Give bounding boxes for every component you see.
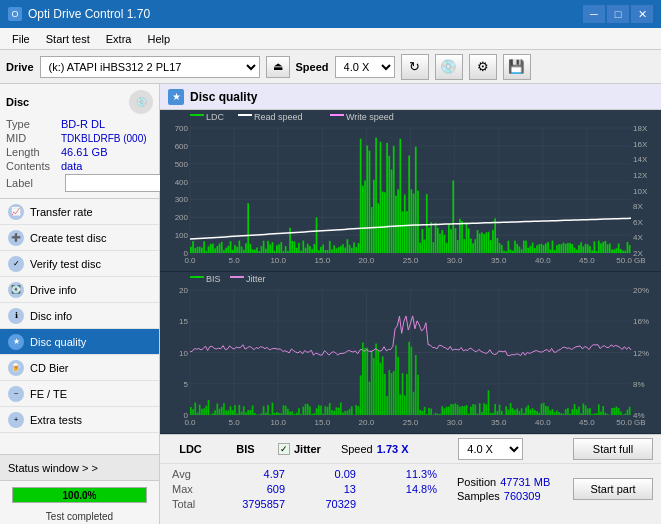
bis-total: 70329 bbox=[290, 497, 360, 511]
speed-label: Speed bbox=[296, 61, 329, 73]
menu-file[interactable]: File bbox=[4, 31, 38, 47]
position-label: Position bbox=[457, 476, 496, 488]
sidebar-item-cd-bier-label: CD Bier bbox=[30, 362, 69, 374]
disc-length-label: Length bbox=[6, 146, 61, 158]
disc-icon: 💿 bbox=[129, 90, 153, 114]
sidebar-item-drive-info[interactable]: 💽 Drive info bbox=[0, 277, 159, 303]
avg-label: Avg bbox=[168, 467, 218, 481]
ldc-avg: 4.97 bbox=[219, 467, 289, 481]
disc-mid-value: TDKBLDRFB (000) bbox=[61, 133, 147, 144]
sidebar-item-disc-info-label: Disc info bbox=[30, 310, 72, 322]
sidebar-item-cd-bier[interactable]: 🍺 CD Bier bbox=[0, 355, 159, 381]
verify-test-disc-icon: ✓ bbox=[8, 256, 24, 272]
bis-avg: 0.09 bbox=[290, 467, 360, 481]
progress-bar-container: 100.0% bbox=[12, 487, 147, 503]
maximize-button[interactable]: □ bbox=[607, 5, 629, 23]
start-part-button[interactable]: Start part bbox=[573, 478, 653, 500]
cd-bier-icon: 🍺 bbox=[8, 360, 24, 376]
ldc-chart bbox=[160, 110, 661, 271]
disc-length-value: 46.61 GB bbox=[61, 146, 107, 158]
max-label: Max bbox=[168, 482, 218, 496]
speed-stat-label: Speed bbox=[341, 443, 373, 455]
drive-toolbar: Drive (k:) ATAPI iHBS312 2 PL17 ⏏ Speed … bbox=[0, 50, 661, 84]
jitter-avg: 11.3% bbox=[361, 467, 441, 481]
samples-value: 760309 bbox=[504, 490, 541, 502]
stats-table: Avg 4.97 0.09 11.3% Max 609 13 14.8% Tot… bbox=[168, 467, 441, 511]
close-button[interactable]: ✕ bbox=[631, 5, 653, 23]
transfer-rate-icon: 📈 bbox=[8, 204, 24, 220]
sidebar: Disc 💿 Type BD-R DL MID TDKBLDRFB (000) … bbox=[0, 84, 160, 524]
create-test-disc-icon: ➕ bbox=[8, 230, 24, 246]
speed-select[interactable]: 4.0 X bbox=[335, 56, 395, 78]
sidebar-item-create-test-disc[interactable]: ➕ Create test disc bbox=[0, 225, 159, 251]
sidebar-item-create-test-disc-label: Create test disc bbox=[30, 232, 106, 244]
settings-button[interactable]: ⚙ bbox=[469, 54, 497, 80]
app-title: Opti Drive Control 1.70 bbox=[28, 7, 150, 21]
sidebar-item-disc-info[interactable]: ℹ Disc info bbox=[0, 303, 159, 329]
disc-quality-header: ★ Disc quality bbox=[160, 84, 661, 110]
bis-max: 13 bbox=[290, 482, 360, 496]
progress-text: 100.0% bbox=[13, 488, 146, 502]
bis-header: BIS bbox=[236, 443, 254, 455]
start-full-button[interactable]: Start full bbox=[573, 438, 653, 460]
speed-stat-value: 1.73 X bbox=[377, 443, 409, 455]
bis-chart bbox=[160, 272, 661, 433]
menu-start-test[interactable]: Start test bbox=[38, 31, 98, 47]
menu-help[interactable]: Help bbox=[139, 31, 178, 47]
disc-label-label: Label bbox=[6, 177, 61, 189]
ldc-total: 3795857 bbox=[219, 497, 289, 511]
disc-info-panel: Disc 💿 Type BD-R DL MID TDKBLDRFB (000) … bbox=[0, 84, 159, 199]
drive-label: Drive bbox=[6, 61, 34, 73]
minimize-button[interactable]: ─ bbox=[583, 5, 605, 23]
sidebar-item-fe-te-label: FE / TE bbox=[30, 388, 67, 400]
sidebar-item-transfer-rate-label: Transfer rate bbox=[30, 206, 93, 218]
speed-output-select[interactable]: 4.0 X bbox=[458, 438, 523, 460]
drive-select[interactable]: (k:) ATAPI iHBS312 2 PL17 bbox=[40, 56, 260, 78]
sidebar-item-extra-tests-label: Extra tests bbox=[30, 414, 82, 426]
disc-type-label: Type bbox=[6, 118, 61, 130]
fe-te-icon: ~ bbox=[8, 386, 24, 402]
sidebar-item-fe-te[interactable]: ~ FE / TE bbox=[0, 381, 159, 407]
chart-upper bbox=[160, 110, 661, 272]
stats-bar: LDC BIS ✓ Jitter Speed 1.73 X 4.0 X bbox=[160, 434, 661, 524]
jitter-checkbox[interactable]: ✓ bbox=[278, 443, 290, 455]
title-bar: O Opti Drive Control 1.70 ─ □ ✕ bbox=[0, 0, 661, 28]
disc-mid-label: MID bbox=[6, 132, 61, 144]
drive-info-icon: 💽 bbox=[8, 282, 24, 298]
sidebar-item-disc-quality[interactable]: ★ Disc quality bbox=[0, 329, 159, 355]
content-area: ★ Disc quality LDC BIS bbox=[160, 84, 661, 524]
disc-quality-title: Disc quality bbox=[190, 90, 257, 104]
eject-button[interactable]: ⏏ bbox=[266, 56, 290, 78]
sidebar-item-verify-test-disc-label: Verify test disc bbox=[30, 258, 101, 270]
menu-bar: File Start test Extra Help bbox=[0, 28, 661, 50]
disc-contents-label: Contents bbox=[6, 160, 61, 172]
status-text: Test completed bbox=[0, 509, 159, 524]
sidebar-item-transfer-rate[interactable]: 📈 Transfer rate bbox=[0, 199, 159, 225]
jitter-max: 14.8% bbox=[361, 482, 441, 496]
ldc-header: LDC bbox=[179, 443, 202, 455]
disc-section-title: Disc bbox=[6, 96, 29, 108]
sidebar-item-drive-info-label: Drive info bbox=[30, 284, 76, 296]
position-value: 47731 MB bbox=[500, 476, 550, 488]
status-window-button[interactable]: Status window > > bbox=[0, 455, 159, 481]
extra-tests-icon: + bbox=[8, 412, 24, 428]
disc-contents-value: data bbox=[61, 160, 82, 172]
jitter-header: Jitter bbox=[294, 443, 321, 455]
charts-container bbox=[160, 110, 661, 434]
refresh-button[interactable]: ↻ bbox=[401, 54, 429, 80]
disc-button[interactable]: 💿 bbox=[435, 54, 463, 80]
save-button[interactable]: 💾 bbox=[503, 54, 531, 80]
status-window-label: Status window > > bbox=[8, 462, 98, 474]
chart-lower bbox=[160, 272, 661, 434]
total-label: Total bbox=[168, 497, 218, 511]
sidebar-item-verify-test-disc[interactable]: ✓ Verify test disc bbox=[0, 251, 159, 277]
sidebar-status: Status window > > 100.0% Test completed bbox=[0, 454, 159, 524]
disc-type-value: BD-R DL bbox=[61, 118, 105, 130]
disc-info-icon: ℹ bbox=[8, 308, 24, 324]
sidebar-item-extra-tests[interactable]: + Extra tests bbox=[0, 407, 159, 433]
app-icon: O bbox=[8, 7, 22, 21]
disc-quality-header-icon: ★ bbox=[168, 89, 184, 105]
menu-extra[interactable]: Extra bbox=[98, 31, 140, 47]
ldc-max: 609 bbox=[219, 482, 289, 496]
samples-label: Samples bbox=[457, 490, 500, 502]
